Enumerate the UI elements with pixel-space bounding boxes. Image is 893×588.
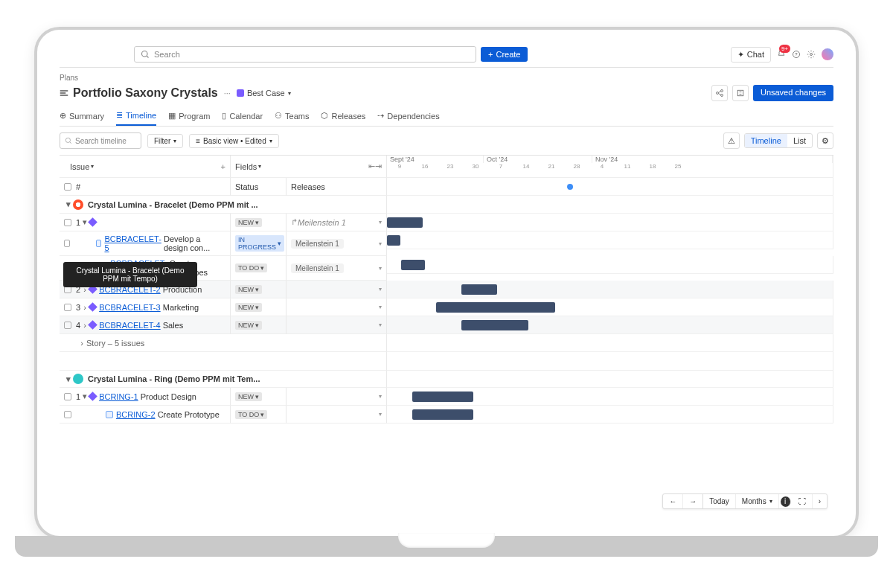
table-row[interactable]: 4›BCBRACELET-4 Sales	[60, 316, 231, 334]
tab-program[interactable]: ▦Program	[168, 107, 210, 126]
filter-button[interactable]: Filter▾	[147, 134, 183, 148]
view-toggle[interactable]: Timeline List	[744, 133, 813, 148]
plan-icon	[60, 89, 68, 98]
svg-rect-11	[737, 90, 743, 96]
fullscreen-button[interactable]: ⛶	[793, 494, 813, 508]
svg-point-10	[720, 95, 723, 97]
epic-icon	[88, 217, 97, 227]
scroll-left-button[interactable]: ←	[663, 494, 683, 508]
zoom-select[interactable]: Months ▾	[736, 494, 779, 508]
tab-dependencies[interactable]: ⇢Dependencies	[377, 107, 439, 126]
svg-point-8	[716, 92, 718, 95]
tab-summary[interactable]: ⊕Summary	[60, 107, 104, 126]
svg-point-12	[65, 138, 70, 142]
svg-rect-6	[60, 92, 66, 94]
chat-icon: ✦	[737, 50, 744, 60]
toggle-timeline[interactable]: Timeline	[745, 134, 787, 147]
breadcrumb[interactable]: Plans	[60, 74, 833, 82]
row-hash: #	[60, 178, 231, 196]
col-fields[interactable]: Fields ▾⇤⇥	[231, 156, 387, 178]
configure-button[interactable]: ⚙	[817, 132, 833, 149]
share-button[interactable]	[711, 85, 728, 101]
today-button[interactable]: Today	[703, 494, 736, 508]
col-issue[interactable]: Issue ▾+	[60, 156, 231, 178]
scroll-right-button[interactable]: →	[683, 494, 703, 508]
table-row[interactable]: 3›BCBRACELET-3 Marketing	[60, 298, 231, 316]
scroll-next-button[interactable]: ›	[813, 494, 827, 508]
settings-icon[interactable]	[807, 50, 816, 59]
project-icon	[73, 199, 83, 210]
tab-calendar[interactable]: ▯Calendar	[222, 107, 263, 126]
tab-teams[interactable]: ⚇Teams	[275, 107, 309, 126]
notif-badge: 9+	[779, 45, 790, 53]
notifications-button[interactable]: 9+	[777, 49, 786, 60]
gantt-header-row	[387, 178, 833, 196]
project-row-2[interactable]: ▾ Crystal Lumina - Ring (Demo PPM mit Te…	[60, 370, 387, 388]
svg-line-1	[147, 56, 148, 57]
svg-rect-7	[60, 95, 68, 96]
warning-button[interactable]: ⚠	[723, 132, 740, 149]
table-row[interactable]: BCRING-2 Create Prototype	[60, 406, 231, 424]
tooltip: Crystal Lumina - Bracelet (Demo PPM mit …	[63, 262, 197, 287]
search-placeholder: Search	[154, 50, 180, 59]
info-button[interactable]: i	[781, 496, 791, 507]
global-search[interactable]: Search	[134, 46, 476, 63]
scenario-picker[interactable]: Best Case ▾	[237, 89, 291, 98]
svg-line-13	[70, 142, 71, 144]
table-row[interactable]: BCBRACELET-5 Develop a design con...	[60, 231, 231, 256]
search-icon	[65, 137, 72, 144]
tab-releases[interactable]: ⬡Releases	[321, 107, 365, 126]
view-tabs: ⊕Summary ≣Timeline ▦Program ▯Calendar ⚇T…	[60, 107, 833, 127]
unsaved-changes-button[interactable]: Unsaved changes	[753, 85, 833, 101]
project-row-1[interactable]: ▾ Crystal Lumina - Bracelet (Demo PPM mi…	[60, 196, 387, 214]
plus-icon: +	[488, 50, 493, 59]
view-button[interactable]: ≡Basic view • Edited▾	[189, 134, 279, 148]
help-icon[interactable]: ?	[792, 50, 801, 59]
create-button[interactable]: + Create	[481, 47, 528, 62]
svg-text:?: ?	[795, 52, 798, 57]
toggle-list[interactable]: List	[787, 134, 812, 147]
table-row[interactable]: 1▾BCRING-1 Product Design	[60, 388, 231, 406]
more-icon[interactable]: ···	[224, 89, 231, 98]
timeline-header: Sept '24 Oct '24 Nov '24 9162330 7142128…	[387, 156, 833, 178]
table-row[interactable]: 1▾	[60, 214, 231, 231]
chevron-down-icon: ▾	[288, 90, 291, 97]
svg-point-0	[142, 51, 148, 57]
search-icon	[141, 50, 150, 59]
timeline-footer-controls: ← → Today Months ▾ i ⛶ ›	[662, 493, 828, 509]
svg-rect-5	[60, 90, 68, 92]
avatar[interactable]	[822, 48, 833, 60]
svg-point-9	[720, 90, 723, 92]
export-button[interactable]	[732, 85, 749, 101]
timeline-search[interactable]: Search timeline	[60, 132, 141, 149]
col-releases-header: Releases	[287, 178, 387, 196]
scenario-color	[237, 89, 244, 97]
chat-button[interactable]: ✦ Chat	[731, 47, 771, 63]
chevron-down-icon[interactable]: ▾	[65, 202, 71, 208]
story-row[interactable]: ›Story – 5 issues	[60, 334, 387, 352]
task-icon	[96, 240, 102, 247]
svg-point-4	[810, 54, 813, 56]
tab-timeline[interactable]: ≣Timeline	[116, 107, 156, 126]
project-icon	[73, 374, 83, 384]
col-status-header: Status	[231, 178, 287, 196]
page-title: Portfolio Saxony Crystals	[60, 86, 218, 100]
